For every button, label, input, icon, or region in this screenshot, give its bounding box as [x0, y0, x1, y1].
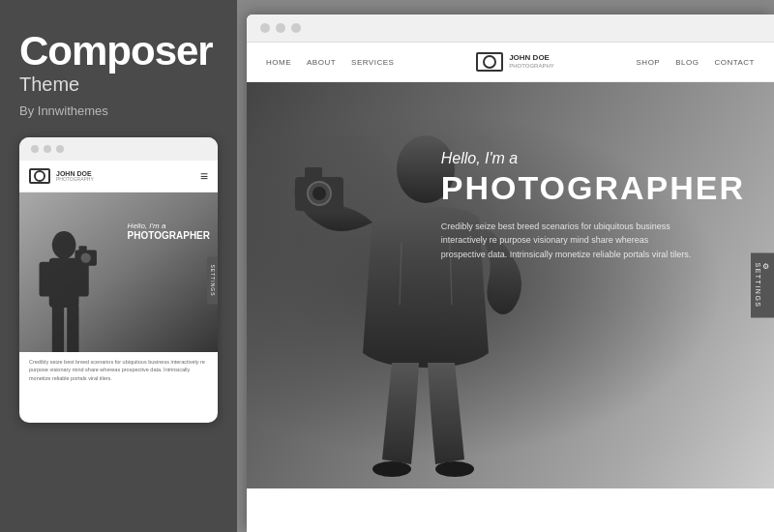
mobile-body-text: Credibly seize best breed scenarios for … — [19, 352, 218, 388]
desktop-window-bar — [247, 15, 774, 43]
svg-rect-8 — [79, 247, 87, 252]
mobile-hero-image: Hello, I'm a PHOTOGRAPHER — [19, 192, 218, 352]
nav-blog[interactable]: BLOG — [675, 58, 699, 67]
mobile-window-bar — [19, 137, 218, 161]
nav-contact[interactable]: CONTACT — [714, 58, 755, 67]
desktop-dot-3 — [291, 23, 301, 33]
mobile-nav: JOHN DOE PHOTOGRAPHY ≡ — [19, 161, 218, 192]
mobile-camera-icon — [29, 168, 50, 184]
svg-rect-3 — [40, 262, 51, 297]
svg-point-15 — [372, 461, 411, 477]
svg-point-1 — [52, 231, 76, 259]
nav-about[interactable]: ABOUT — [307, 58, 336, 67]
dot-2 — [44, 145, 51, 153]
theme-title-block: Composer Theme By Innwithemes — [19, 29, 218, 118]
svg-rect-12 — [305, 167, 322, 179]
theme-title-line1: Composer — [19, 29, 218, 74]
desktop-hello-text: Hello, I'm a — [441, 150, 745, 167]
mobile-hello-text: Hello, I'm a — [128, 222, 210, 230]
nav-shop[interactable]: SHOP — [637, 58, 661, 67]
dot-1 — [31, 145, 39, 153]
desktop-logo-text: JOHN DOE PHOTOGRAPHY — [509, 54, 554, 69]
right-panel: HOME ABOUT SERVICES JOHN DOE PHOTOGRAPHY… — [237, 0, 774, 532]
desktop-hero: Hello, I'm a PHOTOGRAPHER Credibly seize… — [247, 82, 774, 488]
desktop-hero-description: Credibly seize best breed scenarios for … — [441, 220, 693, 261]
desktop-settings-tab[interactable]: ⚙ SETTINGS — [751, 252, 774, 317]
left-panel: Composer Theme By Innwithemes JOHN DOE P… — [0, 0, 237, 532]
desktop-dot-1 — [260, 23, 270, 33]
svg-rect-5 — [52, 305, 64, 352]
desktop-nav-links-right: SHOP BLOG CONTACT — [637, 58, 755, 67]
svg-rect-6 — [67, 305, 78, 352]
desktop-logo: JOHN DOE PHOTOGRAPHY — [476, 52, 554, 72]
svg-point-9 — [81, 253, 91, 263]
mobile-logo-text: JOHN DOE PHOTOGRAPHY — [56, 170, 94, 183]
mobile-preview: JOHN DOE PHOTOGRAPHY ≡ — [19, 137, 218, 423]
dot-3 — [56, 145, 64, 153]
mobile-photographer-text: PHOTOGRAPHER — [128, 230, 210, 241]
mobile-hamburger-icon[interactable]: ≡ — [200, 169, 208, 183]
svg-point-16 — [435, 461, 474, 477]
settings-label: SETTINGS — [755, 262, 761, 308]
desktop-nav-links-left: HOME ABOUT SERVICES — [266, 58, 394, 67]
desktop-preview: HOME ABOUT SERVICES JOHN DOE PHOTOGRAPHY… — [247, 15, 774, 532]
desktop-hero-text-area: Hello, I'm a PHOTOGRAPHER Credibly seize… — [441, 150, 745, 261]
theme-author: By Innwithemes — [19, 103, 218, 118]
svg-point-14 — [313, 187, 326, 200]
nav-services[interactable]: SERVICES — [351, 58, 394, 67]
nav-home[interactable]: HOME — [266, 58, 291, 67]
desktop-photographer-text: PHOTOGRAPHER — [441, 171, 745, 204]
desktop-nav: HOME ABOUT SERVICES JOHN DOE PHOTOGRAPHY… — [247, 43, 774, 82]
svg-rect-4 — [76, 262, 88, 297]
svg-rect-2 — [49, 258, 79, 308]
desktop-dot-2 — [276, 23, 285, 33]
settings-gear-icon: ⚙ — [761, 262, 770, 304]
mobile-hero-text: Hello, I'm a PHOTOGRAPHER — [128, 222, 210, 241]
photographer-illustration — [276, 82, 585, 488]
theme-title-line2: Theme — [19, 74, 218, 96]
mobile-logo: JOHN DOE PHOTOGRAPHY — [29, 168, 94, 184]
mobile-settings-tab[interactable]: SETTINGS — [207, 256, 218, 304]
desktop-camera-icon — [476, 52, 503, 72]
